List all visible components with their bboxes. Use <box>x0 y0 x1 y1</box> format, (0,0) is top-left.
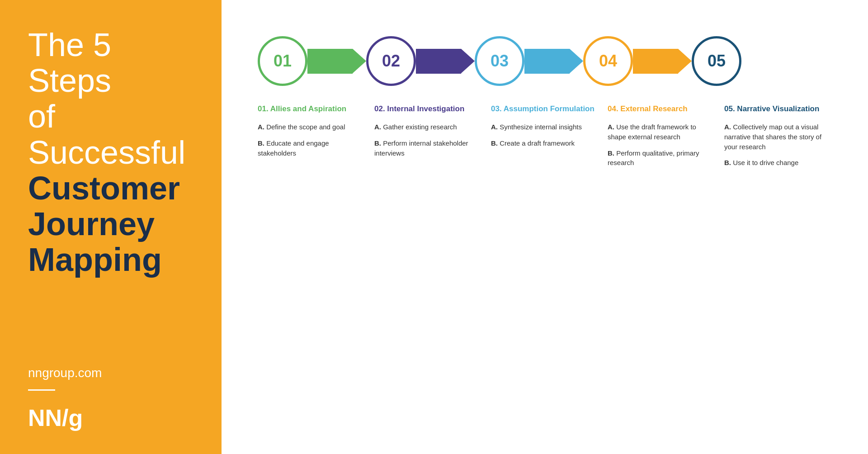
circle-02: 02 <box>366 36 416 86</box>
circle-05: 05 <box>692 36 741 86</box>
main-title: The 5 Steps of Successful Customer Journ… <box>28 27 199 278</box>
step-detail-04: 04. External Research A. Use the draft f… <box>608 104 724 436</box>
logo: NN/g <box>28 404 199 431</box>
step-item-03: 03 <box>475 36 524 86</box>
circle-04: 04 <box>583 36 633 86</box>
list-item: B. Use it to drive change <box>724 158 833 168</box>
list-item: A. Gather existing research <box>374 122 483 132</box>
title-line4: Journey <box>28 206 155 242</box>
title-line1: The 5 Steps <box>28 27 111 99</box>
step-list-04: A. Use the draft framework to shape exte… <box>608 122 716 168</box>
left-panel: The 5 Steps of Successful Customer Journ… <box>0 0 222 454</box>
list-item: A. Use the draft framework to shape exte… <box>608 122 716 142</box>
step-title-03: 03. Assumption Formulation <box>491 104 599 114</box>
right-panel: 01 02 03 04 05 <box>222 0 868 454</box>
step-list-03: A. Synthesize internal insights B. Creat… <box>491 122 599 148</box>
site-url: nngroup.com <box>28 366 199 380</box>
list-item: B. Educate and engage stakeholders <box>258 138 366 158</box>
arrow-02 <box>416 49 475 74</box>
title-line3: Customer <box>28 170 180 206</box>
arrow-04 <box>633 49 692 74</box>
step-title-04: 04. External Research <box>608 104 716 114</box>
step-item-05: 05 <box>692 36 741 86</box>
step-item-02: 02 <box>366 36 416 86</box>
circle-03: 03 <box>475 36 524 86</box>
step-detail-02: 02. Internal Investigation A. Gather exi… <box>374 104 491 436</box>
step-list-01: A. Define the scope and goal B. Educate … <box>258 122 366 158</box>
list-item: B. Create a draft framework <box>491 138 599 148</box>
list-item: A. Collectively map out a visual narrati… <box>724 122 833 151</box>
step-detail-05: 05. Narrative Visualization A. Collectiv… <box>724 104 841 436</box>
arrow-03 <box>524 49 583 74</box>
list-item: B. Perform qualitative, primary research <box>608 148 716 168</box>
step-list-02: A. Gather existing research B. Perform i… <box>374 122 483 158</box>
step-item-01: 01 <box>258 36 307 86</box>
step-title-02: 02. Internal Investigation <box>374 104 483 114</box>
list-item: A. Synthesize internal insights <box>491 122 599 132</box>
circle-01: 01 <box>258 36 307 86</box>
step-list-05: A. Collectively map out a visual narrati… <box>724 122 833 168</box>
step-item-04: 04 <box>583 36 633 86</box>
list-item: A. Define the scope and goal <box>258 122 366 132</box>
details-row: 01. Allies and Aspiration A. Define the … <box>258 104 841 436</box>
title-line2: of Successful <box>28 98 185 170</box>
divider <box>28 389 55 391</box>
step-detail-01: 01. Allies and Aspiration A. Define the … <box>258 104 374 436</box>
arrow-01 <box>307 49 366 74</box>
step-title-01: 01. Allies and Aspiration <box>258 104 366 114</box>
title-line5: Mapping <box>28 241 162 278</box>
step-title-05: 05. Narrative Visualization <box>724 104 833 114</box>
steps-row: 01 02 03 04 05 <box>258 36 841 86</box>
list-item: B. Perform internal stakeholder intervie… <box>374 138 483 158</box>
step-detail-03: 03. Assumption Formulation A. Synthesize… <box>491 104 608 436</box>
